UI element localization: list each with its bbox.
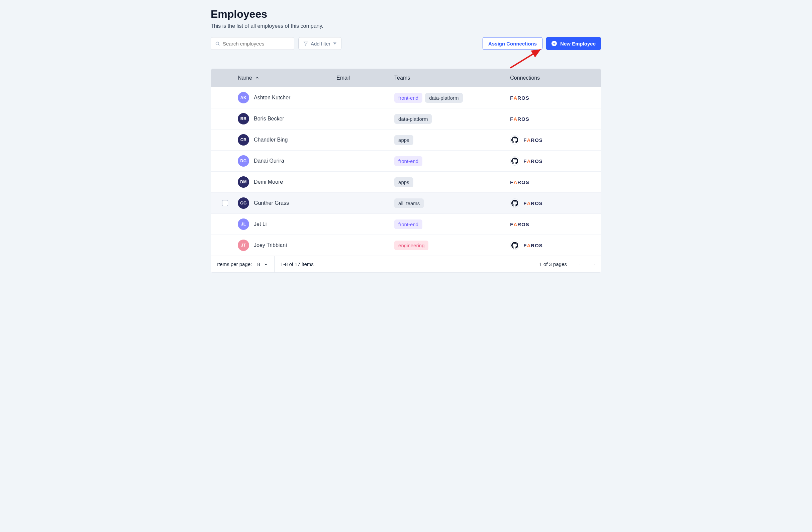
search-input[interactable] bbox=[223, 41, 290, 46]
team-tag[interactable]: all_teams bbox=[394, 198, 424, 208]
connections-cell: FAROS bbox=[510, 156, 597, 166]
avatar: DG bbox=[238, 155, 249, 167]
employee-name: Gunther Grass bbox=[254, 200, 289, 206]
items-per-page[interactable]: Items per page: 8 bbox=[211, 256, 275, 272]
plus-circle-icon: ＋ bbox=[551, 41, 557, 46]
team-tag[interactable]: apps bbox=[394, 177, 414, 187]
search-input-wrap[interactable] bbox=[211, 37, 294, 50]
column-header-teams[interactable]: Teams bbox=[394, 75, 510, 81]
new-employee-button[interactable]: ＋ New Employee bbox=[546, 37, 601, 50]
github-icon bbox=[510, 198, 519, 208]
team-tag[interactable]: engineering bbox=[394, 241, 429, 250]
row-checkbox[interactable] bbox=[222, 200, 228, 206]
faros-logo-icon: FAROS bbox=[523, 243, 543, 248]
connections-cell: FAROS bbox=[510, 198, 597, 208]
toolbar: Add filter Assign Connections ＋ New Empl… bbox=[211, 37, 601, 50]
faros-logo-icon: FAROS bbox=[523, 200, 543, 206]
table-row[interactable]: DGDanai Gurirafront-endFAROS bbox=[211, 150, 601, 171]
svg-line-1 bbox=[218, 44, 219, 45]
employee-name: Demi Moore bbox=[254, 179, 283, 185]
avatar: GG bbox=[238, 197, 249, 209]
search-icon bbox=[215, 41, 220, 46]
pagination-page-info: 1 of 3 pages bbox=[533, 256, 573, 272]
team-tag[interactable]: front-end bbox=[394, 93, 422, 103]
avatar: BB bbox=[238, 113, 249, 125]
column-header-connections[interactable]: Connections bbox=[510, 75, 597, 81]
team-tag[interactable]: data-platform bbox=[425, 93, 463, 103]
teams-cell: front-end bbox=[394, 219, 510, 229]
github-icon bbox=[510, 241, 519, 250]
avatar: JT bbox=[238, 240, 249, 251]
table-row[interactable]: JTJoey TribbianiengineeringFAROS bbox=[211, 234, 601, 256]
faros-logo-icon: FAROS bbox=[510, 116, 530, 122]
connections-cell: FAROS bbox=[510, 135, 597, 145]
team-tag[interactable]: front-end bbox=[394, 156, 422, 166]
faros-logo-icon: FAROS bbox=[523, 158, 543, 164]
svg-point-0 bbox=[216, 42, 219, 45]
connections-cell: FAROS bbox=[510, 179, 597, 185]
chevron-right-icon bbox=[593, 262, 595, 267]
teams-cell: front-enddata-platform bbox=[394, 93, 510, 103]
connections-cell: FAROS bbox=[510, 221, 597, 227]
teams-cell: all_teams bbox=[394, 198, 510, 208]
assign-connections-button[interactable]: Assign Connections bbox=[482, 37, 542, 50]
pagination-range: 1-8 of 17 items bbox=[275, 256, 320, 272]
teams-cell: front-end bbox=[394, 156, 510, 166]
teams-cell: engineering bbox=[394, 241, 510, 250]
pagination-next-button[interactable] bbox=[587, 256, 601, 272]
table-row[interactable]: GGGunther Grassall_teamsFAROS bbox=[211, 192, 601, 214]
github-icon bbox=[510, 135, 519, 145]
employee-name: Boris Becker bbox=[254, 116, 284, 122]
connections-cell: FAROS bbox=[510, 241, 597, 250]
employee-name: Jet Li bbox=[254, 221, 266, 227]
teams-cell: data-platform bbox=[394, 114, 510, 124]
connections-cell: FAROS bbox=[510, 116, 597, 122]
faros-logo-icon: FAROS bbox=[510, 95, 530, 101]
table-row[interactable]: DMDemi MooreappsFAROS bbox=[211, 171, 601, 192]
page-subtitle: This is the list of all employees of thi… bbox=[211, 23, 601, 29]
table-footer: Items per page: 8 1-8 of 17 items 1 of 3… bbox=[211, 256, 601, 272]
team-tag[interactable]: front-end bbox=[394, 219, 422, 229]
github-icon bbox=[510, 156, 519, 166]
filter-icon bbox=[303, 41, 308, 46]
faros-logo-icon: FAROS bbox=[510, 221, 530, 227]
employee-name: Ashton Kutcher bbox=[254, 95, 290, 101]
faros-logo-icon: FAROS bbox=[523, 137, 543, 143]
table-row[interactable]: BBBoris Beckerdata-platformFAROS bbox=[211, 108, 601, 129]
table-row[interactable]: JLJet Lifront-endFAROS bbox=[211, 214, 601, 234]
teams-cell: apps bbox=[394, 135, 510, 145]
employee-name: Joey Tribbiani bbox=[254, 242, 287, 248]
team-tag[interactable]: apps bbox=[394, 135, 414, 145]
chevron-down-icon bbox=[263, 262, 268, 267]
chevron-left-icon bbox=[579, 262, 581, 267]
svg-marker-2 bbox=[304, 42, 308, 45]
annotation-arrow-icon bbox=[508, 47, 545, 71]
avatar: DM bbox=[238, 176, 249, 188]
avatar: AK bbox=[238, 92, 249, 103]
pagination-prev-button[interactable] bbox=[573, 256, 587, 272]
avatar: CB bbox=[238, 134, 249, 146]
page-title: Employees bbox=[211, 8, 601, 20]
caret-down-icon bbox=[333, 42, 336, 45]
avatar: JL bbox=[238, 218, 249, 230]
table-row[interactable]: AKAshton Kutcherfront-enddata-platformFA… bbox=[211, 87, 601, 108]
faros-logo-icon: FAROS bbox=[510, 179, 530, 185]
employees-table: Name Email Teams Connections AKAshton Ku… bbox=[211, 69, 601, 273]
employee-name: Chandler Bing bbox=[254, 137, 288, 143]
add-filter-label: Add filter bbox=[311, 41, 330, 46]
column-header-name[interactable]: Name bbox=[235, 75, 336, 81]
team-tag[interactable]: data-platform bbox=[394, 114, 432, 124]
sort-asc-icon bbox=[255, 76, 260, 80]
table-header: Name Email Teams Connections bbox=[211, 69, 601, 87]
svg-line-3 bbox=[510, 50, 540, 68]
employee-name: Danai Gurira bbox=[254, 158, 284, 164]
connections-cell: FAROS bbox=[510, 95, 597, 101]
table-row[interactable]: CBChandler BingappsFAROS bbox=[211, 129, 601, 150]
column-header-email[interactable]: Email bbox=[336, 75, 394, 81]
teams-cell: apps bbox=[394, 177, 510, 187]
add-filter-button[interactable]: Add filter bbox=[298, 37, 342, 50]
